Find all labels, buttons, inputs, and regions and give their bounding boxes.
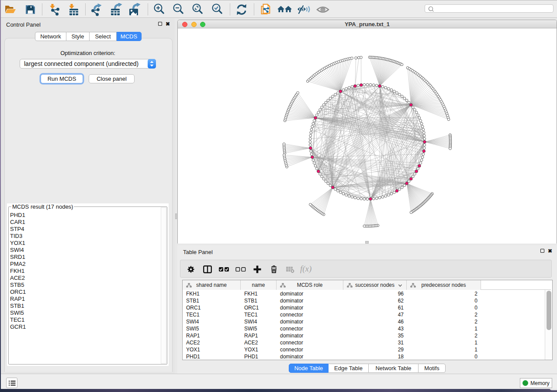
svg-text:f(x): f(x) <box>300 265 311 274</box>
